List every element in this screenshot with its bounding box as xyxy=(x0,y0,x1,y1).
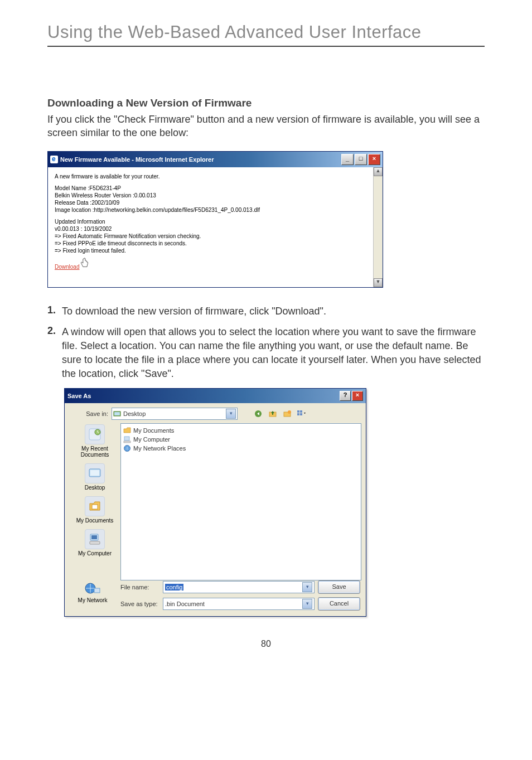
place-mydocs-label: My Documents xyxy=(76,517,114,524)
svg-rect-16 xyxy=(91,535,97,539)
dropdown-icon[interactable]: ▾ xyxy=(302,582,312,592)
update-line-3: => Fixed login timeout failed. xyxy=(55,247,376,254)
model-name: Model Name :F5D6231-4P xyxy=(55,185,376,192)
help-button[interactable]: ? xyxy=(340,391,351,401)
title-rule xyxy=(47,46,485,47)
svg-point-5 xyxy=(288,410,291,414)
svg-rect-17 xyxy=(90,541,100,544)
place-desktop-label: Desktop xyxy=(85,485,105,491)
download-link[interactable]: Download xyxy=(55,263,79,270)
filename-value: config xyxy=(165,584,183,590)
scrollbar[interactable]: ▲ ▼ xyxy=(373,167,383,287)
step-1-text: To download the new version of firmware,… xyxy=(62,304,326,318)
list-item-label: My Network Places xyxy=(133,445,186,452)
image-location: Image location :http://networking.belkin… xyxy=(55,206,376,214)
ie-browser-window: New Firmware Available - Microsoft Inter… xyxy=(47,151,383,288)
step-2: 2. A window will open that allows you to… xyxy=(47,325,485,381)
filename-input[interactable]: config ▾ xyxy=(163,581,315,593)
svg-rect-18 xyxy=(124,437,129,440)
section-heading: Downloading a New Version of Firmware xyxy=(47,97,485,109)
close-button[interactable]: × xyxy=(352,391,363,401)
close-button[interactable]: × xyxy=(368,154,380,165)
update-line-2: => Fixed PPPoE idle timeout disconnects … xyxy=(55,240,376,247)
release-date: Release Data :2002/10/09 xyxy=(55,199,376,206)
hand-cursor-icon xyxy=(80,258,89,269)
network-place-icon xyxy=(84,582,101,596)
place-mycomp-label: My Computer xyxy=(78,550,112,556)
svg-rect-7 xyxy=(300,410,302,413)
update-line-1: => Fixed Automatic Firmware Notification… xyxy=(55,233,376,240)
minimize-button[interactable]: _ xyxy=(341,154,354,165)
cancel-button[interactable]: Cancel xyxy=(318,597,360,611)
svg-rect-8 xyxy=(297,413,299,415)
saveas-dialog: Save As ? × Save in: Desktop ▾ xyxy=(64,388,366,617)
recent-docs-icon xyxy=(85,424,105,444)
svg-rect-13 xyxy=(90,470,99,476)
desktop-place-icon xyxy=(85,463,105,483)
step-2-text: A window will open that allows you to se… xyxy=(62,325,485,381)
svg-rect-22 xyxy=(94,588,100,593)
savein-combo[interactable]: Desktop ▾ xyxy=(112,408,238,420)
ie-icon xyxy=(50,156,58,163)
updated-info-head: Updated Information xyxy=(55,218,376,225)
list-item-label: My Documents xyxy=(133,427,174,434)
list-item-label: My Computer xyxy=(133,436,170,443)
folder-icon xyxy=(123,427,131,434)
firmware-available-text: A new firmware is available for your rou… xyxy=(55,173,376,180)
step-2-number: 2. xyxy=(47,325,62,381)
savetype-label: Save as type: xyxy=(120,601,159,607)
page-title: Using the Web-Based Advanced User Interf… xyxy=(47,22,485,42)
place-recent-label: My Recent Documents xyxy=(81,446,109,458)
network-icon xyxy=(123,444,131,452)
svg-rect-9 xyxy=(300,413,302,415)
dropdown-icon[interactable]: ▾ xyxy=(226,409,236,419)
place-mynet-label: My Network xyxy=(78,597,108,603)
list-item[interactable]: My Network Places xyxy=(123,444,359,453)
ie-content: ▲ ▼ A new firmware is available for your… xyxy=(48,167,383,287)
list-item[interactable]: My Documents xyxy=(123,426,359,435)
save-button[interactable]: Save xyxy=(318,580,360,594)
ie-title-text: New Firmware Available - Microsoft Inter… xyxy=(60,156,341,163)
svg-rect-19 xyxy=(124,441,130,443)
maximize-button[interactable]: □ xyxy=(355,154,367,165)
desktop-icon xyxy=(113,410,121,418)
savein-value: Desktop xyxy=(123,410,146,417)
place-mycomp[interactable]: My Computer xyxy=(71,529,118,556)
scroll-down-icon[interactable]: ▼ xyxy=(374,278,383,287)
svg-rect-1 xyxy=(114,412,120,415)
scroll-up-icon[interactable]: ▲ xyxy=(374,167,383,176)
new-folder-button[interactable] xyxy=(281,408,293,420)
dropdown-icon[interactable]: ▾ xyxy=(302,599,312,609)
list-item[interactable]: My Computer xyxy=(123,435,359,444)
saveas-title-text: Save As xyxy=(67,393,340,399)
place-recent[interactable]: My Recent Documents xyxy=(71,424,118,458)
file-listing[interactable]: My Documents My Computer My Network Plac… xyxy=(120,423,361,580)
savein-label: Save in: xyxy=(69,410,108,417)
filename-label: File name: xyxy=(120,584,159,590)
view-menu-button[interactable] xyxy=(296,408,308,420)
savetype-value: .bin Document xyxy=(165,601,205,607)
svg-rect-6 xyxy=(297,410,299,413)
mydocs-place-icon xyxy=(85,496,105,516)
page-number: 80 xyxy=(47,639,485,649)
savetype-combo[interactable]: .bin Document ▾ xyxy=(163,598,315,610)
intro-paragraph: If you click the "Check Firmware" button… xyxy=(47,113,485,140)
step-1: 1. To download the new version of firmwa… xyxy=(47,304,485,318)
saveas-titlebar[interactable]: Save As ? × xyxy=(65,389,366,403)
ie-titlebar[interactable]: New Firmware Available - Microsoft Inter… xyxy=(48,152,383,167)
place-mydocs[interactable]: My Documents xyxy=(71,496,118,524)
svg-rect-14 xyxy=(92,505,98,509)
computer-icon xyxy=(123,435,131,443)
back-button[interactable] xyxy=(252,408,264,420)
up-one-level-button[interactable] xyxy=(267,408,279,420)
place-mynet[interactable]: My Network xyxy=(69,582,116,603)
step-1-number: 1. xyxy=(47,304,62,318)
updated-version: v0.00.013 : 10/19/2002 xyxy=(55,225,376,233)
places-bar: My Recent Documents Desktop My Documents… xyxy=(69,423,120,580)
mycomp-place-icon xyxy=(85,529,105,549)
router-version: Belkin Wireless Router Version :0.00.013 xyxy=(55,192,376,199)
place-desktop[interactable]: Desktop xyxy=(71,463,118,491)
